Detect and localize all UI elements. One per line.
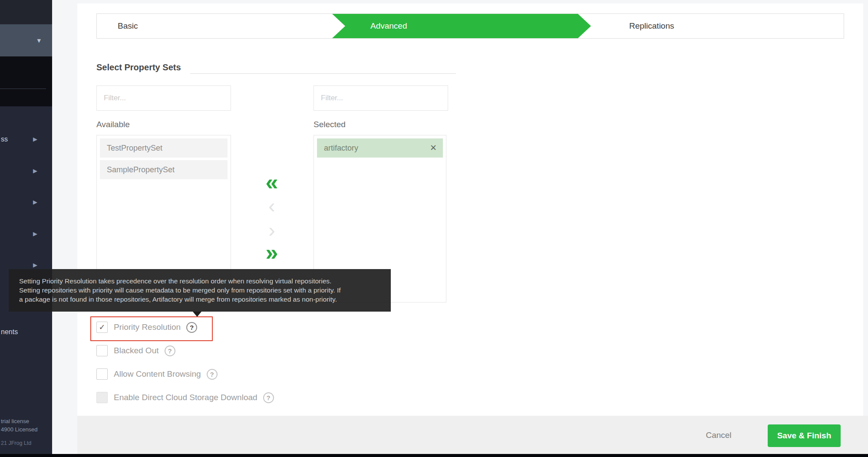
checkbox-enable-direct-cloud-storage-download[interactable]: ✓	[96, 392, 108, 403]
sidebar-header	[0, 0, 52, 24]
checkbox-label: Allow Content Browsing	[114, 369, 201, 379]
checkbox-label: Enable Direct Cloud Storage Download	[114, 393, 257, 402]
available-filter-input[interactable]	[96, 85, 231, 111]
sidebar-item[interactable]: ▶	[0, 165, 52, 178]
chevron-right-icon: ▶	[33, 136, 37, 142]
tab-basic[interactable]: Basic	[97, 14, 332, 38]
move-all-left-button[interactable]: «	[260, 174, 284, 191]
tooltip-line: Setting repositories with priority will …	[19, 286, 391, 295]
list-item[interactable]: SamplePropertySet	[100, 160, 228, 179]
available-list-label: Available	[96, 120, 130, 129]
checkbox-blacked-out[interactable]: ✓	[96, 345, 108, 356]
tooltip-line: a package is not found in those reposito…	[19, 295, 391, 304]
chevron-right-icon: ▶	[33, 199, 37, 205]
sidebar-dropdown[interactable]: ▾	[0, 24, 52, 56]
tab-label: Replications	[629, 21, 674, 30]
option-row-enable-direct-cloud-storage-download: ✓ Enable Direct Cloud Storage Download ?	[96, 391, 274, 404]
save-finish-button[interactable]: Save & Finish	[768, 424, 841, 447]
sidebar-item[interactable]: ▶	[0, 228, 52, 241]
list-item[interactable]: TestPropertySet	[100, 138, 228, 158]
footer-bar	[77, 416, 868, 454]
bottom-edge	[0, 454, 868, 457]
sidebar-item[interactable]: ▶	[0, 197, 52, 210]
sidebar-section-dark	[0, 56, 52, 106]
tab-label: Advanced	[370, 21, 407, 30]
highlight-outline	[90, 316, 213, 341]
tooltip-pointer	[193, 312, 201, 317]
sidebar-item-label: nents	[1, 328, 18, 336]
option-row-blacked-out: ✓ Blacked Out ?	[96, 345, 175, 357]
chevron-right-icon: ▶	[33, 230, 37, 237]
sidebar: ▾ ss ▶ ▶ ▶ ▶ ▶ nents trial license 4900 …	[0, 0, 52, 457]
license-text: trial license	[1, 417, 29, 425]
sidebar-divider	[0, 89, 46, 89]
option-row-allow-content-browsing: ✓ Allow Content Browsing ?	[96, 368, 218, 380]
tooltip-line: Setting Priority Resolution takes preced…	[19, 276, 391, 286]
help-icon[interactable]: ?	[165, 345, 175, 356]
move-all-right-button[interactable]: »	[260, 244, 284, 261]
chevron-down-icon: ▾	[37, 36, 41, 45]
selected-filter-input[interactable]	[314, 85, 448, 111]
chevron-right-icon: ▶	[33, 168, 37, 174]
tab-replications[interactable]: Replications	[591, 14, 844, 38]
tab-advanced[interactable]: Advanced	[332, 14, 591, 38]
priority-resolution-tooltip: Setting Priority Resolution takes preced…	[9, 269, 391, 312]
help-icon[interactable]: ?	[207, 369, 218, 380]
cancel-button[interactable]: Cancel	[694, 427, 743, 444]
license-text: 4900 Licensed	[1, 425, 38, 434]
selected-list-label: Selected	[314, 120, 346, 129]
section-divider	[190, 73, 456, 74]
move-right-button[interactable]: ›	[260, 222, 284, 238]
list-item-label: artifactory	[324, 144, 358, 152]
sidebar-item-label: ss	[1, 135, 8, 143]
sidebar-item[interactable]: nents	[0, 326, 52, 339]
section-title: Select Property Sets	[96, 62, 181, 72]
remove-icon[interactable]: ✕	[430, 138, 437, 158]
list-item-selected[interactable]: artifactory ✕	[317, 138, 443, 158]
sidebar-item[interactable]: ss ▶	[0, 134, 52, 147]
tab-label: Basic	[118, 21, 138, 30]
checkbox-label: Blacked Out	[114, 346, 159, 355]
chevron-right-icon: ▶	[33, 262, 37, 268]
wizard-steps: Basic Advanced Replications	[96, 13, 844, 39]
move-left-button[interactable]: ‹	[260, 198, 284, 214]
help-icon[interactable]: ?	[263, 392, 274, 403]
copyright-text: 21 JFrog Ltd	[1, 440, 31, 446]
checkbox-allow-content-browsing[interactable]: ✓	[96, 368, 108, 380]
